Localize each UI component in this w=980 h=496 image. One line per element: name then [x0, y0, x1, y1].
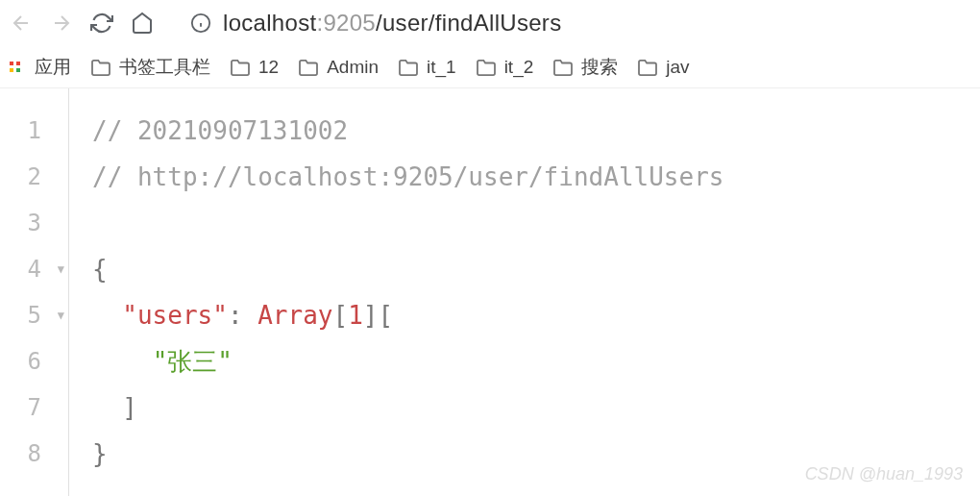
url-host: localhost	[223, 10, 316, 36]
comment-url: http://localhost:9205/user/findAllUsers	[137, 162, 723, 191]
bookmarks-bar: 应用 书签工具栏 12 Admin it_1 it_2 搜索 jav	[0, 46, 980, 88]
bookmark-folder-search[interactable]: 搜索	[552, 55, 618, 80]
code-line: ]	[92, 384, 961, 431]
code-content[interactable]: // 20210907131002 // http://localhost:92…	[69, 88, 980, 496]
address-bar[interactable]: localhost:9205/user/findAllUsers	[190, 10, 561, 37]
bookmark-folder-it2[interactable]: it_2	[476, 57, 534, 78]
bracket-close: ]	[122, 393, 137, 422]
json-viewer: 1 2 3 4▼ 5▼ 6 7 8 // 20210907131002 // h…	[0, 88, 980, 496]
reload-icon[interactable]	[90, 12, 113, 35]
bookmark-label: 12	[258, 57, 279, 78]
url-path: /user/findAllUsers	[376, 10, 561, 36]
bookmark-label: 搜索	[581, 55, 618, 80]
folder-icon	[476, 59, 497, 76]
bookmark-label: Admin	[327, 57, 379, 78]
bookmark-folder-admin[interactable]: Admin	[298, 57, 379, 78]
home-icon[interactable]	[131, 12, 154, 35]
bookmark-folder-toolbar[interactable]: 书签工具栏	[90, 55, 210, 80]
folder-icon	[637, 59, 658, 76]
colon: :	[228, 301, 257, 330]
line-number: 2	[0, 154, 68, 200]
comment-timestamp: 20210907131002	[137, 116, 348, 145]
code-line: // http://localhost:9205/user/findAllUse…	[92, 154, 961, 200]
bookmark-label: jav	[666, 57, 689, 78]
bookmark-label: it_2	[504, 57, 534, 78]
comment-prefix: //	[92, 162, 137, 191]
json-key: "users"	[122, 301, 228, 330]
array-count: 1	[348, 301, 363, 330]
bracket: ]	[363, 301, 379, 330]
code-line: // 20210907131002	[92, 108, 961, 154]
forward-icon[interactable]	[50, 12, 73, 35]
bookmark-folder-12[interactable]: 12	[230, 57, 279, 78]
apps-button[interactable]: 应用	[10, 55, 71, 80]
back-icon[interactable]	[10, 12, 33, 35]
array-type: Array	[257, 301, 332, 330]
folder-icon	[552, 59, 574, 76]
bracket: [	[378, 301, 393, 330]
url-port: :9205	[316, 10, 376, 36]
line-number: 8	[0, 431, 68, 477]
browser-nav-bar: localhost:9205/user/findAllUsers	[0, 0, 980, 46]
apps-label: 应用	[35, 55, 71, 80]
json-string: "张三"	[153, 347, 233, 376]
watermark: CSDN @huan_1993	[805, 464, 963, 484]
bookmark-label: 书签工具栏	[119, 55, 210, 80]
brace-close: }	[92, 439, 108, 468]
line-number: 7	[0, 384, 68, 431]
folder-icon	[230, 59, 251, 76]
line-number: 1	[0, 108, 68, 154]
bookmark-folder-jav[interactable]: jav	[637, 57, 689, 78]
line-number: 3	[0, 200, 68, 246]
folder-icon	[298, 59, 319, 76]
info-icon[interactable]	[190, 12, 211, 34]
line-number: 5▼	[0, 292, 68, 338]
line-number: 6	[0, 338, 68, 384]
code-line: {	[92, 246, 961, 292]
fold-icon[interactable]: ▼	[58, 262, 64, 276]
brace-open: {	[92, 255, 108, 284]
code-line: "users": Array[1][	[92, 292, 961, 338]
folder-icon	[90, 59, 111, 76]
line-number: 4▼	[0, 246, 68, 292]
folder-icon	[398, 59, 419, 76]
line-gutter: 1 2 3 4▼ 5▼ 6 7 8	[0, 88, 69, 496]
comment-prefix: //	[92, 116, 137, 145]
bracket: [	[332, 301, 348, 330]
code-line: "张三"	[92, 338, 961, 384]
apps-icon	[10, 62, 27, 72]
bookmark-label: it_1	[427, 57, 456, 78]
url-display: localhost:9205/user/findAllUsers	[223, 10, 561, 37]
bookmark-folder-it1[interactable]: it_1	[398, 57, 456, 78]
code-line	[92, 200, 961, 246]
fold-icon[interactable]: ▼	[58, 309, 64, 322]
